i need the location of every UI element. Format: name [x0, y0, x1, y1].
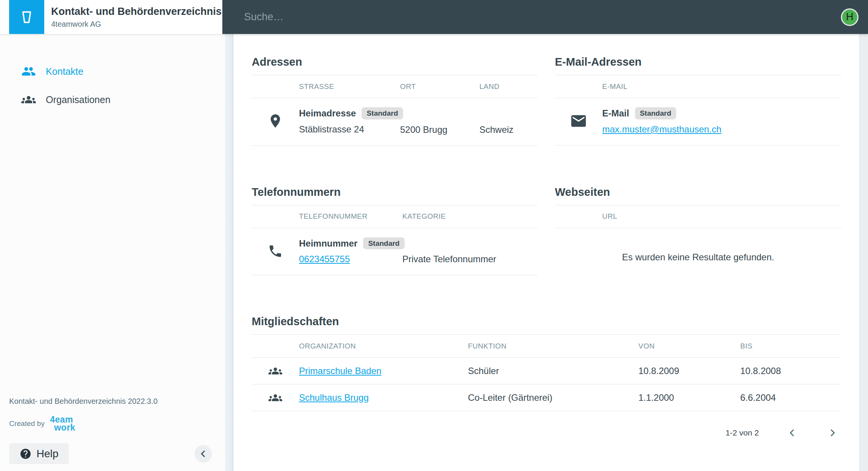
no-results-message: Es wurden keine Resultate gefunden.: [555, 228, 841, 263]
table-row: Heimnummer Standard 0623455755 Private T…: [252, 228, 538, 276]
avatar-letter: H: [846, 11, 854, 23]
column-header: KATEGORIE: [402, 212, 538, 221]
email-label: E-Mail: [602, 108, 629, 119]
table-header-row: TELEFONNUMMER KATEGORIE: [252, 205, 538, 228]
membership-row: Schulhaus Brugg Co-Leiter (Gärtnerei) 1.…: [252, 384, 841, 411]
section-title: Adressen: [252, 56, 538, 68]
section-webseiten: Webseiten URL Es wurden keine Resultate …: [555, 186, 841, 276]
sidebar-item-label: Kontakte: [46, 66, 84, 77]
chevron-right-icon: [827, 427, 838, 439]
section-title: Telefonnummern: [252, 186, 538, 198]
chevron-left-icon: [198, 449, 208, 459]
email-icon: [555, 112, 602, 130]
column-header: LAND: [479, 82, 538, 91]
membership-funktion: Schüler: [468, 366, 638, 376]
groups-icon: [21, 92, 36, 107]
address-street: Stäblistrasse 24: [299, 124, 400, 135]
table-header-row: ORGANIZATION FUNKTION VON BIS: [252, 334, 841, 358]
groups-icon: [252, 391, 299, 405]
standard-badge: Standard: [362, 107, 403, 119]
app-logo: [9, 0, 44, 34]
column-header: BIS: [740, 342, 841, 350]
phone-icon: [252, 244, 299, 259]
help-icon: [19, 448, 32, 460]
bucket-logo-icon: [17, 7, 37, 27]
phone-link[interactable]: 0623455755: [299, 254, 350, 264]
membership-bis: 10.8.2008: [740, 366, 841, 376]
main-content: Adressen STRASSE ORT LAND Heima: [233, 34, 859, 471]
membership-von: 10.8.2009: [638, 366, 740, 376]
column-header: FUNKTION: [468, 342, 638, 350]
column-header: ORT: [400, 82, 479, 91]
help-button[interactable]: Help: [9, 443, 69, 464]
column-header: E-MAIL: [602, 82, 841, 91]
column-header: STRASSE: [299, 82, 400, 91]
groups-icon: [252, 364, 299, 378]
table-header-row: E-MAIL: [555, 75, 841, 98]
fourteamwork-logo: 4eam work: [50, 416, 76, 432]
membership-von: 1.1.2000: [638, 392, 740, 403]
people-icon: [21, 64, 36, 79]
pagination-label: 1-2 von 2: [725, 428, 759, 437]
membership-row: Primarschule Baden Schüler 10.8.2009 10.…: [252, 358, 841, 384]
standard-badge: Standard: [363, 237, 404, 250]
standard-badge: Standard: [635, 107, 676, 119]
vertical-scrollbar[interactable]: [859, 34, 868, 471]
section-emails: E-Mail-Adressen E-MAIL E-Mail Standar: [555, 56, 841, 146]
section-title: E-Mail-Adressen: [555, 56, 841, 68]
table-header-row: URL: [555, 205, 841, 228]
column-header: ORGANIZATION: [299, 342, 468, 350]
address-country: Schweiz: [479, 124, 538, 135]
sidebar: Kontakte Organisationen Kontakt- und Beh…: [0, 34, 225, 471]
table-row: E-Mail Standard max.muster@musthausen.ch: [555, 98, 841, 145]
pagination-next-button[interactable]: [824, 424, 841, 442]
membership-funktion: Co-Leiter (Gärtnerei): [468, 392, 638, 403]
chevron-left-icon: [786, 427, 798, 439]
table-header-row: STRASSE ORT LAND: [252, 75, 538, 98]
column-header: TELEFONNUMMER: [299, 212, 402, 221]
membership-bis: 6.6.2004: [740, 392, 841, 403]
address-city: 5200 Brugg: [400, 124, 479, 135]
organization-link[interactable]: Schulhaus Brugg: [299, 392, 369, 403]
app-title: Kontakt- und Behördenverzeichnis: [51, 5, 222, 18]
app-version: Kontakt- und Behördenverzeichnis 2022.3.…: [9, 397, 217, 406]
phone-label: Heimnummer: [299, 238, 357, 249]
pagination-prev-button[interactable]: [783, 424, 801, 442]
search-input[interactable]: [222, 11, 841, 23]
sidebar-item-organisationen[interactable]: Organisationen: [0, 89, 225, 110]
table-row: Heimadresse Standard Stäblistrasse 24 52…: [252, 98, 538, 146]
sidebar-item-kontakte[interactable]: Kontakte: [0, 61, 225, 82]
top-bar: H: [222, 0, 868, 34]
section-adressen: Adressen STRASSE ORT LAND Heima: [252, 56, 538, 146]
sidebar-resize-gutter[interactable]: [225, 34, 233, 471]
address-label: Heimadresse: [299, 108, 356, 119]
column-header: VON: [638, 342, 740, 350]
place-icon: [252, 113, 299, 129]
section-telefon: Telefonnummern TELEFONNUMMER KATEGORIE H…: [252, 186, 538, 276]
phone-category: Private Telefonnummer: [402, 254, 538, 265]
created-by-label: Created by: [9, 419, 45, 428]
app-subtitle: 4teamwork AG: [51, 20, 222, 29]
email-link[interactable]: max.muster@musthausen.ch: [602, 124, 721, 134]
collapse-sidebar-button[interactable]: [194, 445, 212, 463]
section-title: Webseiten: [555, 186, 841, 198]
column-header: URL: [602, 212, 841, 221]
sidebar-item-label: Organisationen: [46, 94, 111, 105]
section-title: Mitgliedschaften: [252, 315, 841, 328]
help-label: Help: [37, 448, 59, 460]
user-avatar[interactable]: H: [841, 8, 858, 26]
organization-link[interactable]: Primarschule Baden: [299, 366, 381, 376]
app-window: Kontakt- und Behördenverzeichnis 4teamwo…: [0, 0, 868, 471]
pagination: 1-2 von 2: [252, 424, 841, 442]
section-mitgliedschaften: Mitgliedschaften ORGANIZATION FUNKTION V…: [252, 315, 841, 442]
app-brand[interactable]: Kontakt- und Behördenverzeichnis 4teamwo…: [0, 0, 222, 34]
